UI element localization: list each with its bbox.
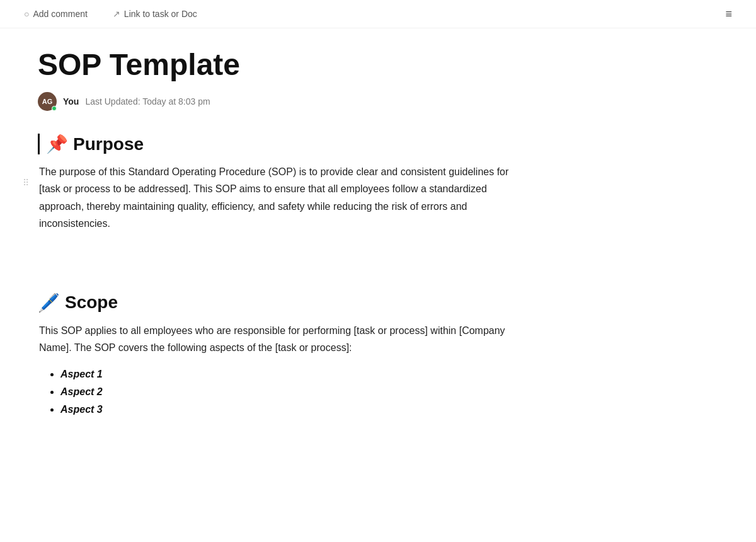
comment-icon: ○ [24,9,29,19]
avatar: AG [38,92,57,111]
purpose-section: ⠿ 📌 Purpose The purpose of this Standard… [38,134,517,232]
scope-heading: 🖊️ Scope [38,292,517,313]
link-icon: ↗ [113,9,120,19]
purpose-heading: 📌 Purpose [38,134,517,154]
scope-body: This SOP applies to all employees who ar… [38,322,517,356]
list-item: Aspect 1 [60,369,517,380]
author-name: You [63,96,79,107]
avatar-initials: AG [42,98,53,105]
scope-emoji: 🖊️ [38,292,60,313]
toc-icon: ≡ [725,8,732,20]
drag-handle[interactable]: ⠿ [23,178,29,188]
author-row: AG You Last Updated: Today at 8:03 pm [38,92,517,111]
scope-section: 🖊️ Scope This SOP applies to all employe… [38,292,517,415]
add-comment-button[interactable]: ○ Add comment [19,6,93,21]
list-item: Aspect 2 [60,386,517,398]
purpose-body: The purpose of this Standard Operating P… [38,163,517,232]
link-label: Link to task or Doc [124,9,197,19]
link-button[interactable]: ↗ Link to task or Doc [108,6,202,21]
document-content: SOP Template AG You Last Updated: Today … [0,28,567,463]
online-status [52,106,57,111]
toc-button[interactable]: ≡ [720,5,737,23]
toolbar: ○ Add comment ↗ Link to task or Doc ≡ [0,0,756,28]
purpose-emoji: 📌 [46,134,68,154]
section-spacer [38,255,517,280]
scope-list: Aspect 1 Aspect 2 Aspect 3 [38,369,517,415]
list-item: Aspect 3 [60,404,517,415]
add-comment-label: Add comment [33,9,87,19]
last-updated-label: Last Updated: Today at 8:03 pm [85,96,210,107]
document-title: SOP Template [38,47,517,82]
